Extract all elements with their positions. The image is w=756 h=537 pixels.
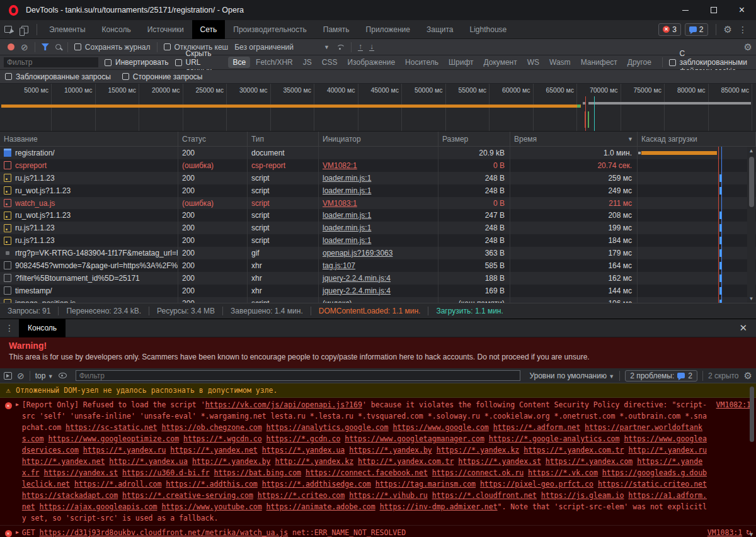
expand-triangle-icon[interactable]: ▶	[16, 527, 19, 537]
message-url-link[interactable]: https://*.adform.net	[493, 423, 580, 432]
message-url-link[interactable]: https://*.yandex.ru	[83, 446, 166, 455]
more-options-icon[interactable]: ⋮	[736, 25, 750, 35]
table-scrollbar[interactable]: ▲ ▼	[747, 147, 755, 303]
table-row[interactable]: ru.js?1.1.23200scriptloader.min.js:1248 …	[0, 222, 756, 234]
drawer-close-icon[interactable]: ✕	[730, 322, 756, 334]
table-row[interactable]: ru.js?1.1.23200scriptloader.min.js:1248 …	[0, 172, 756, 184]
column-header-тип[interactable]: Тип	[248, 132, 319, 146]
table-row[interactable]: watch_ua.js(ошибка)scriptVM1083:10 B211 …	[0, 197, 756, 210]
message-url-link[interactable]: https://*.addthisedge.com	[262, 480, 371, 489]
message-url-link[interactable]: https://connect.facebook.net	[306, 468, 428, 477]
column-header-инициатор[interactable]: Инициатор	[319, 132, 438, 146]
log-levels-select[interactable]: Уровни по умолчанию ▼	[529, 371, 614, 380]
tab-элементы[interactable]: Элементы	[41, 20, 94, 39]
tab-приложение[interactable]: Приложение	[358, 20, 418, 39]
message-url-link[interactable]: https://analytics.google.com	[266, 423, 389, 432]
filter-pill-js[interactable]: JS	[299, 57, 316, 68]
message-url-link[interactable]: https://d31j93rd8oukbv.cloudfront.net/me…	[40, 528, 289, 537]
table-row[interactable]: registration/200document20.9 kB1.0 мин.	[0, 147, 756, 159]
preserve-log-checkbox[interactable]: Сохранять журнал	[74, 43, 151, 52]
tab-источники[interactable]: Источники	[139, 20, 192, 39]
message-url-link[interactable]: https://connect.ok.ru	[432, 468, 524, 477]
filter-funnel-icon[interactable]	[42, 43, 49, 50]
table-row[interactable]: 90824545?wmode=7&page-url=https%3A%2F%..…	[0, 259, 756, 272]
initiator-link[interactable]: loader.min.js:1	[323, 174, 371, 183]
console-settings-gear-icon[interactable]: ⚙	[744, 370, 752, 382]
message-url-link[interactable]: http://*.yandex.ua	[109, 457, 188, 466]
message-url-link[interactable]: https://*.google-analytics.com	[489, 434, 620, 443]
tab-память[interactable]: Память	[315, 20, 358, 39]
table-row[interactable]: ru_wot.js?1.1.23200scriptloader.min.js:1…	[0, 209, 756, 222]
message-url-link[interactable]: https://pixel-geo.prfct.co	[480, 480, 593, 489]
scroll-up-icon[interactable]: ▲	[747, 148, 755, 154]
initiator-link[interactable]: loader.min.js:1	[323, 223, 371, 232]
message-url-link[interactable]: http://*.yandex.net	[22, 457, 105, 466]
message-url-link[interactable]: https://tag.marinsm.com	[375, 480, 476, 489]
filter-pill-wasm[interactable]: Wasm	[545, 57, 575, 68]
throttling-select[interactable]: Без ограничений▼	[234, 43, 329, 52]
message-url-link[interactable]: https://*.addthis.com	[166, 480, 257, 489]
initiator-link[interactable]: loader.min.js:1	[323, 236, 371, 245]
message-url-link[interactable]: https://vk.com/js/api/openapi.js?169	[205, 400, 362, 409]
source-location-link[interactable]: VM1083:1	[707, 527, 742, 537]
table-row[interactable]: ru_wot.js?1.1.23200scriptloader.min.js:1…	[0, 184, 756, 197]
tab-сеть[interactable]: Сеть	[192, 20, 226, 39]
minimize-button[interactable]	[671, 0, 699, 20]
column-header-каскад-загрузки[interactable]: Каскад загрузки	[638, 132, 756, 146]
issues-badge[interactable]: 2	[685, 23, 708, 36]
console-filter-input[interactable]	[76, 370, 521, 381]
message-url-link[interactable]: https://*.adroll.com	[74, 480, 161, 489]
table-row[interactable]: ru.js?1.1.23200scriptloader.min.js:1248 …	[0, 234, 756, 247]
export-har-icon[interactable]: ↓	[369, 43, 374, 51]
drawer-more-options-icon[interactable]: ⋮	[0, 323, 19, 333]
message-url-link[interactable]: https://u360.d-bi.fr	[122, 468, 209, 477]
message-url-link[interactable]: https://www.googletagmanager.com	[345, 434, 484, 443]
message-url-link[interactable]: https://*.gcdn.co	[266, 434, 341, 443]
scroll-down-icon[interactable]: ▼	[747, 296, 755, 302]
blocked-requests-checkbox[interactable]: Заблокированные запросы	[5, 72, 111, 81]
message-url-link[interactable]: https://js.gleam.io	[541, 491, 624, 500]
tab-консоль[interactable]: Консоль	[94, 20, 139, 39]
table-row[interactable]: inpage_position.js200script(индекс)(кеш …	[0, 297, 756, 303]
initiator-link[interactable]: VM1082:1	[323, 161, 357, 170]
search-icon[interactable]	[55, 44, 61, 50]
scroll-thumb[interactable]	[750, 387, 754, 442]
filter-pill-все[interactable]: Все	[228, 57, 250, 68]
source-location-link[interactable]: VM1082:1	[716, 399, 751, 410]
initiator-link[interactable]: jquery-2.2.4.min.js:4	[323, 274, 391, 283]
network-conditions-icon[interactable]	[336, 45, 345, 50]
clear-console-icon[interactable]: ⊘	[17, 371, 25, 381]
message-url-link[interactable]: https://*.cloudfront.net	[432, 491, 537, 500]
message-url-link[interactable]: https://ob.chegzone.com	[161, 423, 261, 432]
clear-network-log-icon[interactable]: ⊘	[21, 42, 28, 52]
message-url-link[interactable]: https://*.yandex.ua	[262, 446, 345, 455]
settings-gear-icon[interactable]: ⚙	[724, 24, 732, 35]
initiator-link[interactable]: openapi.js?169:3063	[323, 249, 392, 257]
table-row[interactable]: ?filter%5Btournament_id%5D=25171200xhrjq…	[0, 272, 756, 285]
message-url-link[interactable]: https://*.yandex.com.tr	[524, 446, 624, 455]
initiator-link[interactable]: loader.min.js:1	[323, 186, 371, 195]
column-header-время[interactable]: Время▼	[510, 132, 638, 146]
message-url-link[interactable]: https://*.yandex.net	[170, 446, 257, 455]
message-url-link[interactable]: https://*.wgcdn.co	[183, 434, 262, 443]
message-url-link[interactable]: https://*.creative-serving.com	[122, 491, 253, 500]
initiator-link[interactable]: tag.js:107	[323, 261, 355, 270]
message-url-link[interactable]: https://*.criteo.com	[258, 491, 345, 500]
tab-console[interactable]: Консоль	[19, 319, 66, 337]
import-har-icon[interactable]: ↑	[358, 43, 363, 51]
close-button[interactable]: ×	[728, 0, 756, 20]
maximize-button[interactable]	[699, 0, 728, 20]
table-row[interactable]: timestamp/200xhrjquery-2.2.4.min.js:4169…	[0, 285, 756, 297]
filter-input[interactable]	[4, 57, 98, 67]
message-url-link[interactable]: https://*.yandex.kz	[437, 446, 520, 455]
message-url-link[interactable]: https://inv-dmp.admixer.net	[380, 502, 498, 511]
console-scrollbar[interactable]: ▼	[750, 385, 755, 535]
filter-pill-документ[interactable]: Документ	[479, 57, 521, 68]
record-network-log-button[interactable]	[8, 43, 14, 50]
invert-checkbox[interactable]: Инвертировать	[105, 58, 169, 67]
message-url-link[interactable]: https://www.googleoptimize.com	[48, 434, 179, 443]
initiator-link[interactable]: jquery-2.2.4.min.js:4	[323, 286, 391, 295]
column-header-статус[interactable]: Статус	[178, 132, 248, 146]
message-url-link[interactable]: https://ajax.googleapis.com	[40, 502, 158, 511]
message-url-link[interactable]: https://bat.bing.com	[214, 468, 301, 477]
